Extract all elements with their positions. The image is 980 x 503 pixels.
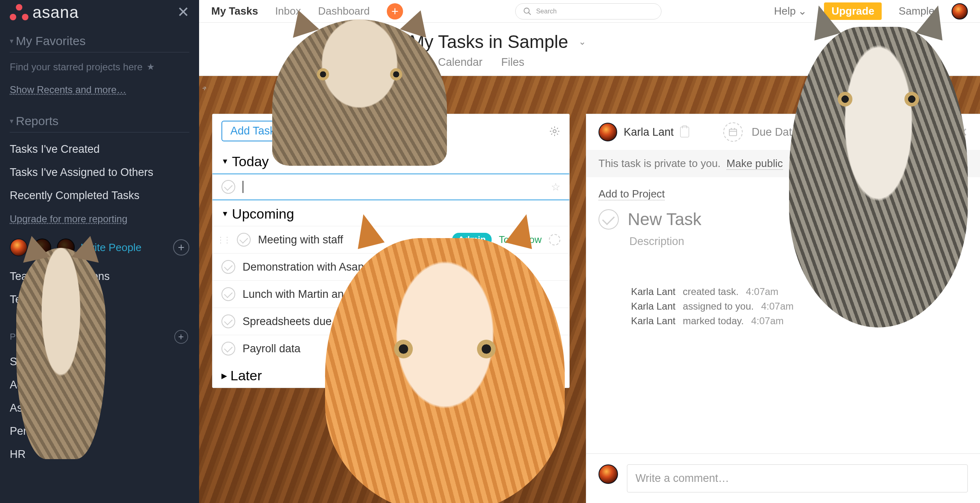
calendar-icon[interactable] bbox=[723, 122, 743, 142]
task-title-input[interactable]: New Task bbox=[628, 210, 701, 229]
star-outline-icon[interactable]: ☆ bbox=[551, 181, 560, 193]
tab-files[interactable]: Files bbox=[501, 56, 525, 76]
caret-right-icon: ▶ bbox=[221, 371, 227, 380]
complete-checkbox[interactable] bbox=[221, 180, 235, 194]
logo-text: asana bbox=[33, 3, 79, 22]
assignee-empty-icon[interactable] bbox=[549, 234, 560, 245]
avatar bbox=[598, 464, 618, 484]
comment-area: Write a comment… bbox=[586, 453, 980, 503]
complete-checkbox[interactable] bbox=[237, 233, 251, 247]
report-tasks-assigned[interactable]: Tasks I've Assigned to Others bbox=[10, 166, 189, 179]
text-cursor bbox=[243, 181, 243, 193]
favorites-hint: Find your starred projects here ★ bbox=[10, 61, 189, 73]
complete-checkbox[interactable] bbox=[221, 342, 235, 356]
nav-dashboard[interactable]: Dashboard bbox=[318, 5, 370, 17]
help-menu[interactable]: Help ⌄ bbox=[774, 5, 807, 17]
cat-decoration bbox=[789, 27, 968, 327]
upgrade-reporting-link[interactable]: Upgrade for more reporting bbox=[10, 213, 189, 225]
chevron-down-icon[interactable]: ⌄ bbox=[579, 37, 586, 47]
gear-icon[interactable] bbox=[549, 126, 560, 137]
caret-down-icon: ▼ bbox=[221, 157, 229, 166]
search-icon bbox=[523, 7, 532, 16]
cat-decoration bbox=[325, 238, 565, 503]
caret-down-icon: ▾ bbox=[10, 37, 13, 46]
svg-point-0 bbox=[524, 8, 529, 13]
sidebar-close-icon[interactable]: ✕ bbox=[177, 4, 189, 21]
reports-heading[interactable]: ▾ Reports bbox=[10, 114, 189, 128]
svg-line-1 bbox=[529, 12, 531, 15]
drag-handle-icon[interactable]: ⋮⋮ bbox=[217, 235, 230, 245]
complete-checkbox[interactable] bbox=[598, 209, 619, 230]
favorites-heading[interactable]: ▾ My Favorites bbox=[10, 34, 189, 48]
page-title: My Tasks in Sample bbox=[410, 32, 568, 52]
user-avatar[interactable] bbox=[952, 3, 968, 20]
task-name: Payroll data bbox=[243, 343, 301, 355]
report-recently-completed[interactable]: Recently Completed Tasks bbox=[10, 189, 189, 202]
add-project-button[interactable]: + bbox=[174, 330, 188, 344]
search-placeholder: Search bbox=[536, 8, 557, 15]
svg-rect-3 bbox=[729, 129, 737, 136]
tab-calendar[interactable]: Calendar bbox=[438, 56, 483, 76]
task-name: Demonstration with Asana bbox=[243, 261, 370, 273]
top-nav: My Tasks Inbox Dashboard + Search Help ⌄… bbox=[199, 0, 980, 23]
task-name: Spreadsheets due bbox=[243, 315, 332, 328]
quick-add-button[interactable]: + bbox=[387, 3, 403, 20]
show-recents-link[interactable]: Show Recents and more… bbox=[10, 84, 189, 95]
caret-down-icon: ▼ bbox=[221, 210, 229, 218]
comment-input[interactable]: Write a comment… bbox=[627, 464, 968, 492]
expand-sidebar-icon[interactable]: » bbox=[200, 84, 209, 93]
add-to-project-link[interactable]: Add to Project bbox=[598, 188, 665, 200]
assignee-chip[interactable]: Karla Lant bbox=[598, 123, 689, 141]
make-public-link[interactable]: Make public bbox=[726, 157, 783, 170]
logo-icon bbox=[10, 4, 28, 20]
main-area: My Tasks Inbox Dashboard + Search Help ⌄… bbox=[199, 0, 980, 503]
svg-point-2 bbox=[553, 130, 556, 132]
canvas: My Tasks in Sample ⌄ List Calendar Files… bbox=[199, 23, 980, 503]
new-task-input-row[interactable]: ☆ bbox=[212, 173, 569, 200]
star-icon: ★ bbox=[147, 62, 155, 72]
clipboard-icon bbox=[680, 127, 689, 137]
report-tasks-created[interactable]: Tasks I've Created bbox=[10, 143, 189, 156]
nav-my-tasks[interactable]: My Tasks bbox=[211, 5, 258, 17]
avatar bbox=[598, 123, 617, 141]
complete-checkbox[interactable] bbox=[221, 260, 235, 274]
cat-decoration bbox=[16, 248, 106, 459]
search-input[interactable]: Search bbox=[515, 3, 661, 20]
complete-checkbox[interactable] bbox=[221, 287, 235, 301]
caret-down-icon: ▾ bbox=[10, 117, 13, 126]
task-name: Meeting with staff bbox=[258, 234, 343, 246]
add-member-button[interactable]: + bbox=[173, 239, 189, 256]
sidebar: asana ✕ ▾ My Favorites Find your starred… bbox=[0, 0, 199, 503]
due-date-label[interactable]: Due Date bbox=[752, 126, 798, 139]
complete-checkbox[interactable] bbox=[221, 314, 235, 328]
app-logo[interactable]: asana bbox=[10, 3, 79, 22]
